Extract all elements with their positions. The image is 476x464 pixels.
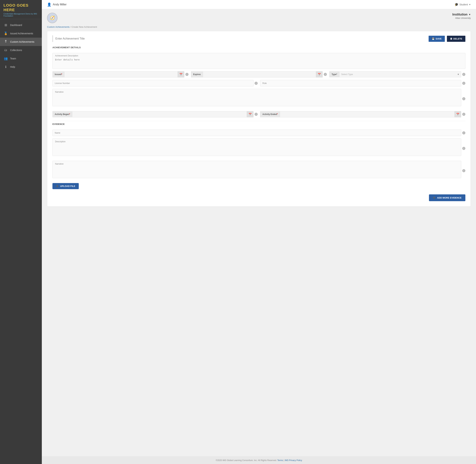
evidence-narrative-info-icon[interactable]: i [462, 169, 465, 172]
sidebar-item-label: Dashboard [10, 24, 22, 27]
evidence-name-info-icon[interactable]: i [462, 131, 465, 135]
narrative-info-icon[interactable]: i [462, 97, 465, 100]
activity-ended-field: Activity Ended* 📅 [260, 111, 461, 117]
sidebar-item-help[interactable]: ℹ Help [0, 63, 42, 71]
details-section-heading: ACHIEVEMENT DETAILS [52, 46, 465, 50]
type-field-group: Type* Select Type Badge Certificate Lice… [329, 71, 465, 77]
issued-label: Issued* [53, 72, 64, 77]
evidence-section-heading: EVIDENCE [52, 123, 465, 127]
expires-field-group: Expires 📅 i [191, 71, 327, 77]
role-chevron-icon: ▼ [469, 3, 471, 6]
expires-calendar-icon[interactable]: 📅 [316, 71, 322, 77]
license-input[interactable] [72, 80, 253, 86]
sidebar-item-label: Custom Achievements [10, 40, 34, 43]
sidebar-item-label: Issued Achievements [10, 32, 33, 35]
student-icon: 🎓 [455, 3, 458, 6]
evidence-name-input[interactable] [62, 130, 461, 136]
breadcrumb: Custom Achievements / Create New Achieve… [47, 26, 471, 28]
role-input[interactable] [269, 80, 461, 86]
sidebar-item-custom-achievements[interactable]: 🎖 Custom Achievements [0, 38, 42, 46]
footer: ©2020 IMS Global Learning Consortium, In… [42, 456, 476, 464]
evidence-description-info-icon[interactable]: i [462, 147, 465, 150]
role-label: Student [459, 3, 468, 6]
delete-button[interactable]: 🗑 DELETE [447, 36, 465, 42]
role-field-group: Role i [260, 80, 465, 86]
description-label: Achievement Description [53, 53, 465, 58]
narrative-textarea[interactable] [53, 94, 461, 106]
institution-info: Institution ▼ Atlas University [452, 13, 471, 19]
evidence-description-label: Description [53, 139, 461, 144]
add-more-evidence-button[interactable]: ➕ ADD MORE EVIDENCE [429, 194, 465, 201]
activity-ended-calendar-icon[interactable]: 📅 [454, 111, 461, 117]
achievement-title-input[interactable] [52, 35, 427, 42]
issued-info-icon[interactable]: i [185, 73, 188, 76]
sidebar-logo: LOGO GOES HERE Credentials Management De… [0, 0, 42, 19]
activity-ended-info-icon[interactable]: i [462, 113, 465, 116]
type-info-icon[interactable]: i [462, 73, 465, 76]
breadcrumb-current: Create New Achievement [71, 26, 97, 28]
add-evidence-icon: ➕ [433, 196, 436, 199]
save-icon: 💾 [432, 38, 435, 40]
team-icon: 👥 [4, 57, 8, 60]
expires-input[interactable] [203, 72, 316, 77]
institution-chevron-icon: ▼ [468, 13, 471, 16]
evidence-name-row: Name i [52, 130, 465, 136]
expires-field: Expires 📅 [191, 71, 323, 77]
sidebar-item-team[interactable]: 👥 Team [0, 54, 42, 63]
activity-ended-input[interactable] [280, 111, 454, 117]
evidence-description-textarea[interactable] [53, 144, 461, 156]
collections-icon: 🗂 [4, 48, 8, 52]
add-evidence-actions: ➕ ADD MORE EVIDENCE [52, 191, 465, 201]
sidebar-item-collections[interactable]: 🗂 Collections [0, 46, 42, 54]
upload-file-button[interactable]: ➕ UPLOAD FILE [52, 183, 79, 189]
role-info-icon[interactable]: i [462, 82, 465, 85]
logo-title: LOGO GOES HERE [3, 3, 38, 12]
issued-expires-type-row: Issued* 📅 i Expires 📅 i [52, 71, 465, 77]
sidebar-item-issued-achievements[interactable]: 🏅 Issued Achievements [0, 29, 42, 38]
page-content: 🧭 Institution ▼ Atlas University Custom … [42, 9, 476, 456]
evidence-narrative-field: Narrative [52, 161, 461, 178]
terms-link[interactable]: Terms [277, 459, 283, 462]
sidebar-nav: ⊞ Dashboard 🏅 Issued Achievements 🎖 Cust… [0, 19, 42, 464]
description-textarea[interactable] [53, 58, 465, 68]
evidence-narrative-field-group: Narrative i [52, 161, 465, 181]
type-select[interactable]: Select Type Badge Certificate License Di… [340, 71, 456, 77]
license-field-group: License Number i [52, 80, 258, 86]
narrative-label: Narrative [53, 89, 461, 94]
logo-subtitle: Credentials Management Demo by IMS Found… [3, 13, 38, 17]
license-field: License Number [52, 80, 253, 86]
narrative-field-group: Narrative i [52, 89, 465, 109]
role-field: Role [260, 80, 461, 86]
institution-name[interactable]: Institution ▼ [452, 13, 471, 16]
activity-began-info-icon[interactable]: i [254, 113, 258, 116]
issued-input[interactable] [64, 72, 177, 77]
license-info-icon[interactable]: i [254, 82, 258, 85]
activity-began-field-group: Activity Began* 📅 i [52, 111, 258, 117]
activity-ended-label: Activity Ended* [260, 111, 280, 117]
sidebar-item-dashboard[interactable]: ⊞ Dashboard [0, 21, 42, 29]
evidence-section: EVIDENCE Name i Descriptio [52, 121, 465, 201]
breadcrumb-parent[interactable]: Custom Achievements [47, 26, 69, 28]
dashboard-icon: ⊞ [4, 23, 8, 27]
header-role[interactable]: 🎓 Student ▼ [455, 3, 471, 6]
evidence-narrative-textarea[interactable] [53, 166, 461, 178]
evidence-name-field-group: Name i [52, 130, 465, 136]
expires-label: Expires [191, 72, 203, 77]
evidence-description-row: Description i [52, 138, 465, 158]
sidebar-item-label: Help [10, 66, 15, 68]
evidence-name-label: Name [53, 130, 62, 136]
privacy-link[interactable]: IMS Privacy Policy [285, 459, 302, 462]
delete-icon: 🗑 [450, 38, 452, 40]
issued-calendar-icon[interactable]: 📅 [177, 71, 184, 77]
activity-began-field: Activity Began* 📅 [52, 111, 253, 117]
expires-info-icon[interactable]: i [324, 73, 327, 76]
activity-ended-field-group: Activity Ended* 📅 i [260, 111, 465, 117]
activity-began-input[interactable] [72, 111, 247, 117]
activity-began-calendar-icon[interactable]: 📅 [247, 111, 253, 117]
form-card: 💾 SAVE 🗑 DELETE ACHIEVEMENT DETAILS Achi… [47, 31, 471, 207]
title-row: 💾 SAVE 🗑 DELETE [52, 35, 465, 42]
issued-field-group: Issued* 📅 i [52, 71, 188, 77]
activity-dates-row: Activity Began* 📅 i Activity Ended* 📅 [52, 111, 465, 117]
save-button[interactable]: 💾 SAVE [429, 36, 445, 42]
narrative-row: Narrative i [52, 89, 465, 109]
